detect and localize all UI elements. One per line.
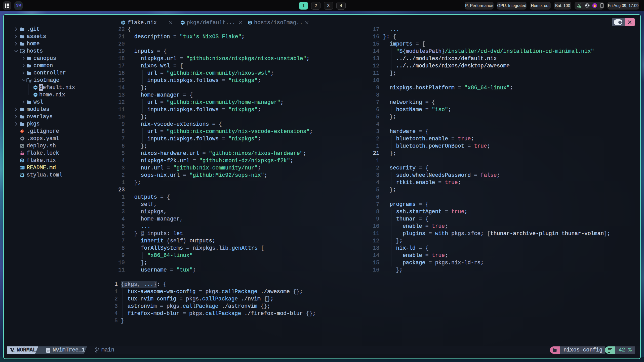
svg-text:im: im: [12, 350, 14, 352]
